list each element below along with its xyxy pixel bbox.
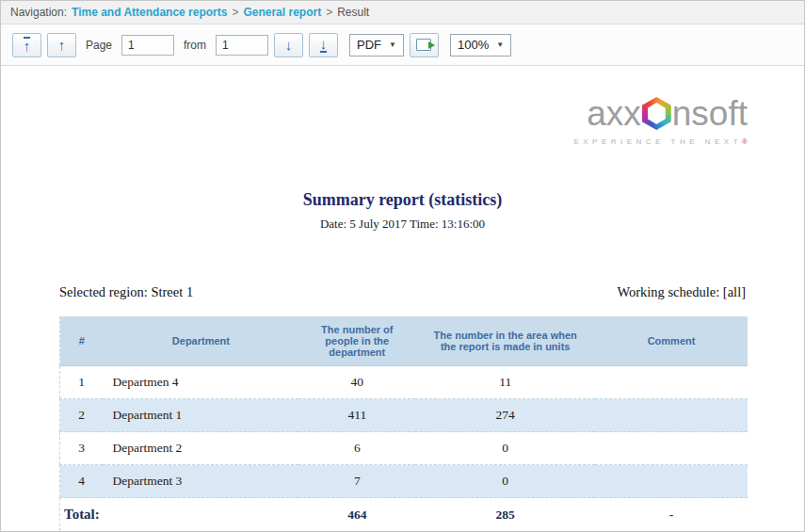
chevron-down-icon: ▼ — [389, 40, 396, 49]
cell-people: 6 — [298, 432, 415, 465]
cell-people: 40 — [298, 366, 415, 399]
cell-people: 411 — [298, 399, 415, 432]
export-format-value: PDF — [357, 38, 381, 52]
header-comment: Comment — [595, 316, 748, 366]
breadcrumb-current: Result — [337, 6, 369, 19]
cell-department: Departmen 4 — [103, 366, 298, 399]
cell-comment — [595, 366, 748, 399]
from-label: from — [184, 39, 206, 52]
report-date-line: Date: 5 July 2017 Time: 13:16:00 — [1, 217, 804, 232]
hexagon-logo-icon — [642, 97, 671, 130]
cell-comment — [595, 465, 748, 498]
header-department: Department — [103, 316, 298, 366]
cell-in-area: 0 — [415, 432, 595, 465]
total-in-area: 285 — [415, 498, 595, 532]
header-people: The number of people in the department — [298, 316, 415, 366]
header-num: # — [60, 316, 104, 366]
export-icon — [416, 39, 431, 51]
zoom-value: 100% — [458, 38, 489, 52]
table-total-row: Total: 464 285 - — [60, 498, 749, 532]
axxonsoft-logo: axx nsoft EXPERIENCE THE NEXT® — [573, 96, 748, 146]
header-in-area: The number in the area when the report i… — [415, 316, 595, 366]
previous-page-button[interactable]: ↑ — [47, 33, 76, 57]
chevron-down-icon: ▼ — [496, 40, 504, 49]
last-page-icon: ↓ — [320, 37, 328, 53]
app-window: Navigation: Time and Attendance reports … — [0, 0, 805, 532]
cell-department: Department 1 — [103, 399, 298, 432]
total-label: Total: — [60, 498, 299, 532]
previous-page-icon: ↑ — [58, 38, 66, 52]
logo-text-right: nsoft — [672, 96, 748, 131]
total-people: 464 — [298, 498, 415, 532]
breadcrumb: Navigation: Time and Attendance reports … — [1, 1, 804, 24]
cell-department: Department 3 — [103, 465, 298, 498]
report-meta-row: Selected region: Street 1 Working schedu… — [1, 284, 804, 300]
report-page: axx nsoft EXPERIENCE THE NEXT® Summary r… — [1, 66, 804, 531]
table-row: 1 Departmen 4 40 11 — [60, 366, 749, 399]
total-pages-input[interactable] — [216, 35, 268, 56]
next-page-icon: ↓ — [285, 38, 293, 52]
cell-in-area: 11 — [415, 366, 595, 399]
cell-num: 1 — [60, 366, 104, 399]
page-label: Page — [86, 39, 112, 52]
cell-num: 3 — [60, 432, 104, 465]
first-page-button[interactable]: ↑ — [12, 33, 41, 57]
logo-tagline-mark: ® — [742, 137, 748, 146]
table-row: 2 Department 1 411 274 — [60, 399, 749, 432]
export-format-select[interactable]: PDF ▼ — [349, 34, 404, 56]
selected-region-label: Selected region: Street 1 — [59, 284, 193, 300]
total-comment: - — [595, 498, 748, 532]
cell-department: Department 2 — [103, 432, 298, 465]
breadcrumb-link-time-attendance[interactable]: Time and Attendance reports — [72, 6, 227, 19]
logo-tagline-text: EXPERIENCE THE NEXT — [573, 137, 742, 146]
report-toolbar: ↑ ↑ Page from ↓ ↓ PDF ▼ 100% ▼ — [1, 24, 804, 66]
cell-comment — [595, 432, 748, 465]
export-button[interactable] — [410, 33, 439, 57]
table-row: 3 Department 2 6 0 — [60, 432, 749, 465]
breadcrumb-label: Navigation: — [10, 6, 67, 19]
cell-num: 2 — [60, 399, 104, 432]
summary-table: # Department The number of people in the… — [59, 316, 748, 532]
cell-in-area: 0 — [415, 465, 595, 498]
breadcrumb-separator: > — [232, 6, 238, 19]
zoom-select[interactable]: 100% ▼ — [450, 34, 511, 56]
table-header-row: # Department The number of people in the… — [60, 316, 749, 366]
next-page-button[interactable]: ↓ — [274, 33, 303, 57]
cell-num: 4 — [60, 465, 104, 498]
logo-text-left: axx — [587, 96, 641, 131]
last-page-button[interactable]: ↓ — [309, 33, 338, 57]
table-row: 4 Department 3 7 0 — [60, 465, 749, 498]
cell-people: 7 — [298, 465, 415, 498]
first-page-icon: ↑ — [24, 37, 31, 53]
cell-comment — [595, 399, 748, 432]
logo-tagline: EXPERIENCE THE NEXT® — [573, 137, 748, 146]
page-number-input[interactable] — [121, 35, 174, 56]
working-schedule-label: Working schedule: [all] — [617, 284, 746, 300]
breadcrumb-separator: > — [326, 6, 332, 19]
cell-in-area: 274 — [415, 399, 595, 432]
breadcrumb-link-general-report[interactable]: General report — [243, 6, 321, 19]
axxonsoft-logo-text: axx nsoft — [573, 96, 748, 131]
